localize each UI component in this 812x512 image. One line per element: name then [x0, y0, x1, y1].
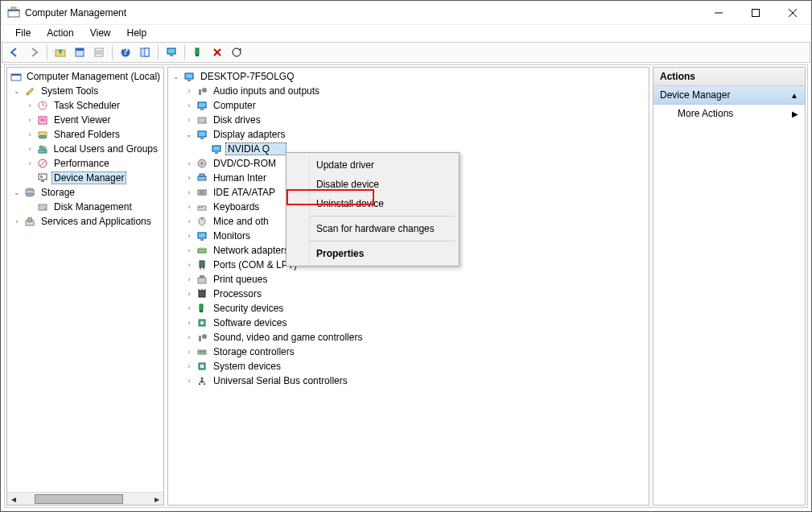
- chevron-right-icon[interactable]: ›: [184, 246, 194, 255]
- context-menu[interactable]: Update driver Disable device Uninstall d…: [286, 152, 460, 266]
- device-category[interactable]: ›Universal Serial Bus controllers: [168, 374, 649, 388]
- chevron-right-icon[interactable]: ›: [184, 188, 194, 197]
- minimize-button[interactable]: [700, 1, 737, 25]
- folder-up-icon[interactable]: [52, 43, 69, 61]
- svg-point-59: [204, 121, 205, 122]
- svg-rect-62: [212, 146, 221, 151]
- chevron-right-icon[interactable]: ›: [184, 202, 194, 212]
- device-category[interactable]: ›Audio inputs and outputs: [168, 84, 649, 98]
- menu-action[interactable]: Action: [39, 26, 80, 40]
- menu-help[interactable]: Help: [120, 26, 155, 40]
- tree-event-viewer[interactable]: › Event Viewer: [7, 113, 163, 127]
- svg-rect-21: [196, 55, 199, 56]
- help-icon[interactable]: ?: [117, 43, 134, 61]
- device-root[interactable]: ⌄DESKTOP-7F5OLGQ: [168, 69, 649, 84]
- tree-storage[interactable]: ⌄ Storage: [7, 185, 163, 200]
- chevron-right-icon[interactable]: ›: [25, 130, 35, 139]
- svg-rect-84: [198, 278, 206, 283]
- device-manager-icon: [36, 171, 49, 184]
- tree-device-manager[interactable]: Device Manager: [7, 171, 163, 185]
- properties-icon[interactable]: [71, 43, 89, 61]
- device-category[interactable]: ›Computer: [168, 98, 649, 113]
- tree-task-scheduler[interactable]: › Task Scheduler: [7, 98, 163, 113]
- tree-label: Services and Applications: [39, 216, 154, 227]
- chevron-down-icon[interactable]: ⌄: [12, 86, 22, 96]
- computer-management-icon: [10, 70, 22, 83]
- chevron-right-icon[interactable]: ›: [184, 318, 194, 328]
- chevron-right-icon[interactable]: ›: [184, 303, 194, 313]
- ctx-scan-hardware[interactable]: Scan for hardware changes: [289, 219, 456, 238]
- chevron-right-icon[interactable]: ›: [184, 101, 194, 110]
- chevron-right-icon[interactable]: ›: [184, 260, 194, 270]
- chevron-right-icon[interactable]: ›: [184, 86, 194, 96]
- device-category[interactable]: ›Software devices: [168, 316, 649, 330]
- show-hide-icon[interactable]: [136, 43, 154, 61]
- maximize-button[interactable]: [737, 1, 774, 25]
- tree-local-users[interactable]: › Local Users and Groups: [7, 142, 163, 156]
- tree-performance[interactable]: › Performance: [7, 156, 163, 171]
- users-icon: [36, 142, 49, 155]
- nav-forward-icon[interactable]: [25, 43, 43, 61]
- console-tree-pane[interactable]: Computer Management (Local) ⌄ System Too…: [6, 67, 164, 506]
- chevron-right-icon[interactable]: ›: [25, 101, 35, 110]
- chevron-right-icon[interactable]: ›: [25, 115, 35, 125]
- ctx-properties[interactable]: Properties: [289, 244, 456, 263]
- ctx-uninstall-device[interactable]: Uninstall device: [289, 194, 456, 213]
- tree-label: Security devices: [211, 303, 286, 314]
- menu-file[interactable]: File: [8, 26, 38, 40]
- chevron-right-icon[interactable]: ›: [184, 289, 194, 299]
- chevron-right-icon[interactable]: ›: [184, 376, 194, 386]
- actions-section[interactable]: Device Manager ▲: [653, 86, 805, 105]
- ctx-update-driver[interactable]: Update driver: [289, 155, 456, 175]
- tree-root[interactable]: Computer Management (Local): [7, 69, 163, 84]
- tree-disk-management[interactable]: Disk Management: [7, 200, 163, 214]
- chevron-right-icon[interactable]: ›: [184, 159, 194, 168]
- chevron-right-icon[interactable]: ›: [184, 347, 194, 357]
- chevron-right-icon[interactable]: ›: [184, 361, 194, 371]
- refresh-circle-icon[interactable]: [228, 43, 245, 61]
- tree-system-tools[interactable]: ⌄ System Tools: [7, 84, 163, 98]
- chevron-down-icon[interactable]: ⌄: [12, 188, 22, 197]
- chevron-down-icon[interactable]: ⌄: [171, 72, 181, 81]
- tree-label: NVIDIA Q: [225, 142, 286, 155]
- device-category[interactable]: ›Storage controllers: [168, 345, 649, 359]
- device-category[interactable]: ›Security devices: [168, 301, 649, 316]
- chevron-right-icon[interactable]: ›: [184, 231, 194, 241]
- device-category[interactable]: ›Sound, video and game controllers: [168, 330, 649, 345]
- device-category[interactable]: ›System devices: [168, 359, 649, 374]
- category-icon: [196, 85, 208, 97]
- actions-more[interactable]: More Actions ▶: [653, 105, 805, 122]
- chevron-right-icon[interactable]: ›: [12, 217, 22, 226]
- device-category[interactable]: ⌄Display adapters: [168, 127, 649, 142]
- nav-back-icon[interactable]: [6, 43, 23, 61]
- tree-label: Mice and oth: [211, 216, 271, 227]
- close-button[interactable]: [774, 1, 811, 25]
- tree-shared-folders[interactable]: › Shared Folders: [7, 127, 163, 142]
- device-category[interactable]: ›Processors: [168, 287, 649, 301]
- device-tree-pane[interactable]: ⌄DESKTOP-7F5OLGQ›Audio inputs and output…: [167, 67, 649, 506]
- chevron-right-icon[interactable]: ›: [184, 275, 194, 284]
- scroll-right-icon[interactable]: ▸: [150, 493, 163, 506]
- chevron-right-icon[interactable]: ›: [184, 173, 194, 183]
- scroll-left-icon[interactable]: ◂: [7, 493, 20, 506]
- remove-icon[interactable]: [208, 43, 226, 61]
- ctx-disable-device[interactable]: Disable device: [289, 175, 456, 194]
- chevron-right-icon[interactable]: ›: [184, 217, 194, 226]
- device-category[interactable]: ›Print queues: [168, 272, 649, 287]
- horizontal-scrollbar[interactable]: ◂ ▸: [7, 492, 163, 505]
- performance-icon: [36, 157, 49, 170]
- chevron-right-icon[interactable]: ›: [184, 115, 194, 125]
- menu-view[interactable]: View: [83, 26, 118, 40]
- chevron-down-icon[interactable]: ⌄: [184, 130, 194, 139]
- list-icon[interactable]: [90, 43, 108, 61]
- chevron-right-icon[interactable]: ›: [184, 332, 194, 342]
- tree-label: Audio inputs and outputs: [211, 85, 322, 97]
- tree-services[interactable]: › Services and Applications: [7, 214, 163, 229]
- monitor-icon[interactable]: [163, 43, 180, 61]
- chevron-right-icon[interactable]: ›: [25, 144, 35, 154]
- scrollbar-thumb[interactable]: [35, 494, 123, 504]
- chevron-right-icon[interactable]: ›: [25, 159, 35, 168]
- shared-folder-icon: [36, 128, 49, 141]
- plug-play-icon[interactable]: [189, 43, 207, 61]
- device-category[interactable]: ›Disk drives: [168, 113, 649, 127]
